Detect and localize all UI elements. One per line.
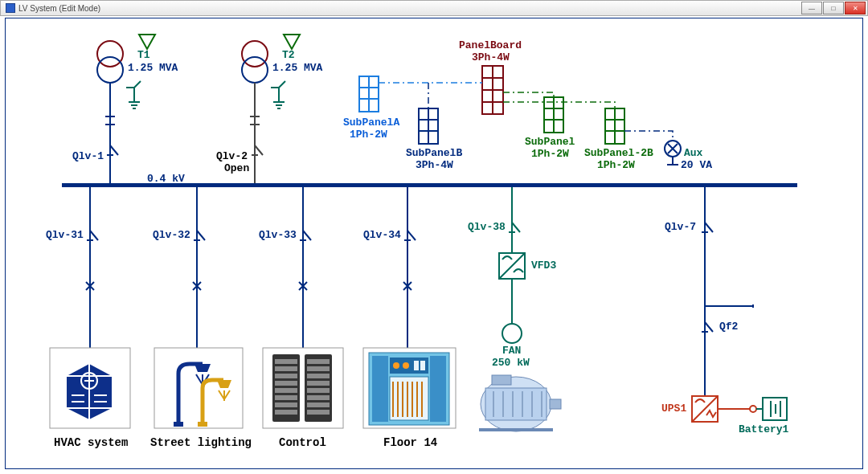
breaker-qlv7[interactable]: Qlv-7 (665, 221, 696, 233)
svg-rect-49 (275, 410, 297, 415)
title-bar: LV System (Edit Mode) — □ ✕ (0, 0, 868, 16)
svg-rect-51 (307, 366, 330, 371)
fan-label[interactable]: FAN (502, 345, 521, 357)
svg-rect-45 (275, 381, 297, 386)
svg-rect-83 (492, 375, 511, 385)
bus-voltage: 0.4 kV (147, 173, 185, 185)
svg-point-65 (403, 362, 409, 369)
close-button[interactable]: ✕ (845, 2, 866, 14)
svg-rect-44 (275, 374, 297, 378)
svg-rect-48 (275, 402, 297, 407)
breaker-qlv34[interactable]: Qlv-34 (363, 229, 401, 241)
svg-rect-53 (307, 381, 330, 386)
transformer-t2-name[interactable]: T2 (282, 49, 295, 61)
caption-floor14: Floor 14 (383, 436, 437, 449)
maximize-button[interactable]: □ (823, 2, 844, 14)
svg-rect-36 (174, 422, 183, 427)
svg-rect-42 (275, 359, 297, 364)
caption-control: Control (279, 436, 326, 449)
svg-rect-35 (154, 348, 243, 428)
breaker-qlv2[interactable]: Qlv-2 (216, 150, 248, 162)
svg-rect-37 (198, 422, 207, 427)
panelboard-name[interactable]: PanelBoard (459, 39, 522, 51)
svg-point-2 (97, 57, 123, 83)
aux-rating: 20 VA (681, 159, 712, 171)
svg-rect-66 (414, 361, 419, 370)
transformer-t1-name[interactable]: T1 (137, 49, 150, 61)
breaker-qlv38[interactable]: Qlv-38 (468, 221, 506, 233)
svg-rect-55 (307, 395, 330, 400)
svg-rect-54 (307, 388, 330, 393)
svg-rect-67 (420, 361, 425, 370)
breaker-qf2[interactable]: Qf2 (719, 321, 738, 333)
transformer-t2-rating: 1.25 MVA (272, 62, 322, 74)
caption-street: Street lighting (150, 436, 252, 449)
subpanel2B-name[interactable]: SubPanel-2B (584, 147, 653, 159)
breaker-qlv32[interactable]: Qlv-32 (153, 229, 190, 241)
window-title: LV System (Edit Mode) (18, 4, 100, 13)
app-icon (6, 3, 15, 13)
subpanelB-name[interactable]: SubPanelB (406, 147, 462, 159)
svg-rect-81 (485, 388, 547, 420)
breaker-qlv2-state: Open (224, 162, 249, 174)
svg-rect-57 (307, 410, 330, 415)
subpanel1-phases: 1Ph-2W (531, 148, 569, 160)
battery1-label[interactable]: Battery1 (739, 423, 788, 435)
svg-point-95 (750, 406, 756, 412)
breaker-qlv1[interactable]: Qlv-1 (72, 150, 104, 162)
svg-rect-46 (275, 388, 297, 393)
subpanelA-name[interactable]: SubPanelA (343, 116, 399, 129)
panelboard-phases: 3Ph-4W (472, 51, 510, 63)
svg-point-4 (242, 41, 268, 67)
caption-hvac: HVAC system (54, 436, 128, 449)
aux-name[interactable]: Aux (684, 147, 702, 159)
svg-rect-43 (275, 366, 297, 371)
svg-point-5 (242, 57, 268, 83)
svg-rect-82 (550, 399, 561, 409)
svg-rect-56 (307, 402, 330, 407)
svg-point-64 (393, 362, 399, 369)
subpanel2B-phases: 1Ph-2W (597, 159, 635, 171)
svg-rect-50 (307, 359, 330, 364)
breaker-qlv31[interactable]: Qlv-31 (46, 229, 84, 241)
subpanel1-name[interactable]: SubPanel (525, 136, 575, 148)
breaker-qlv33[interactable]: Qlv-33 (259, 229, 297, 241)
svg-rect-61 (372, 356, 388, 422)
vfd3-label[interactable]: VFD3 (531, 259, 556, 272)
svg-rect-62 (430, 356, 446, 422)
svg-point-79 (502, 324, 522, 343)
subpanelA-phases: 1Ph-2W (350, 129, 387, 141)
ups1-label[interactable]: UPS1 (661, 402, 686, 415)
subpanelB-phases: 3Ph-4W (416, 159, 453, 171)
minimize-button[interactable]: — (801, 2, 822, 14)
svg-rect-52 (307, 374, 330, 378)
svg-point-1 (97, 41, 123, 67)
diagram-canvas[interactable]: T1 1.25 MVA T2 1.25 MVA Qlv-1 Qlv-2 Open… (5, 18, 863, 469)
svg-rect-47 (275, 395, 297, 400)
fan-rating: 250 kW (492, 357, 530, 369)
app-window: LV System (Edit Mode) — □ ✕ (0, 0, 868, 474)
schematic-svg (6, 18, 862, 468)
transformer-t1-rating: 1.25 MVA (128, 62, 178, 74)
